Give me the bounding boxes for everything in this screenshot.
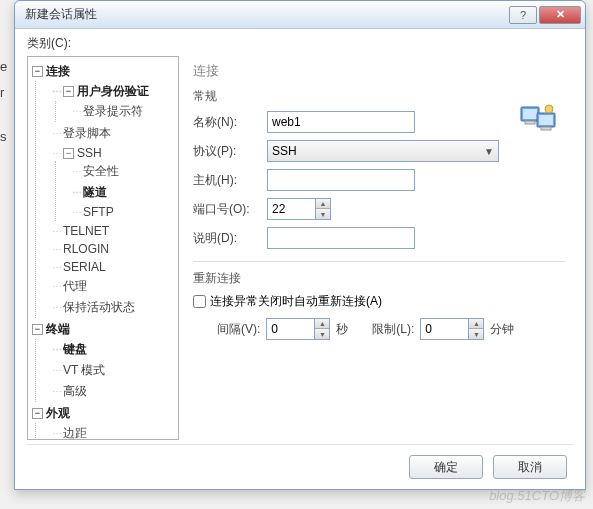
limit-unit: 分钟 bbox=[490, 321, 514, 338]
name-label: 名称(N): bbox=[193, 114, 267, 131]
tree-proxy[interactable]: 代理 bbox=[50, 277, 176, 296]
collapse-icon[interactable]: − bbox=[32, 66, 43, 77]
tree-keyboard[interactable]: 键盘 bbox=[50, 340, 176, 359]
cut-text: s bbox=[0, 124, 7, 150]
interval-spinner[interactable]: ▲▼ bbox=[266, 318, 330, 340]
host-label: 主机(H): bbox=[193, 172, 267, 189]
cut-text: r bbox=[0, 80, 7, 106]
spin-up-icon[interactable]: ▲ bbox=[469, 319, 483, 329]
protocol-select[interactable]: SSH ▼ bbox=[267, 140, 499, 162]
limit-input[interactable] bbox=[420, 318, 468, 340]
tree-serial[interactable]: SERIAL bbox=[50, 259, 176, 275]
panel-title: 连接 bbox=[193, 62, 565, 80]
collapse-icon[interactable]: − bbox=[63, 148, 74, 159]
svg-point-6 bbox=[545, 105, 553, 113]
spin-down-icon[interactable]: ▼ bbox=[469, 329, 483, 339]
limit-spinner[interactable]: ▲▼ bbox=[420, 318, 484, 340]
category-tree[interactable]: −连接 −用户身份验证 登录提示符 登录脚本 bbox=[27, 56, 179, 440]
spin-down-icon[interactable]: ▼ bbox=[316, 209, 330, 219]
desc-label: 说明(D): bbox=[193, 230, 267, 247]
tree-vt-mode[interactable]: VT 模式 bbox=[50, 361, 176, 380]
general-group-label: 常规 bbox=[193, 88, 565, 105]
help-button[interactable]: ? bbox=[509, 6, 537, 24]
desc-input[interactable] bbox=[267, 227, 415, 249]
interval-label: 间隔(V): bbox=[217, 321, 260, 338]
port-input[interactable] bbox=[267, 198, 315, 220]
svg-rect-2 bbox=[525, 121, 535, 124]
close-button[interactable]: ✕ bbox=[539, 6, 581, 24]
protocol-label: 协议(P): bbox=[193, 143, 267, 160]
tree-user-auth[interactable]: −用户身份验证 bbox=[50, 82, 176, 101]
limit-label: 限制(L): bbox=[372, 321, 414, 338]
tree-margin[interactable]: 边距 bbox=[50, 424, 176, 440]
host-input[interactable] bbox=[267, 169, 415, 191]
titlebar: 新建会话属性 ? ✕ bbox=[15, 1, 585, 29]
interval-input[interactable] bbox=[266, 318, 314, 340]
cancel-button[interactable]: 取消 bbox=[493, 455, 567, 479]
port-label: 端口号(O): bbox=[193, 201, 267, 218]
tree-advanced-term[interactable]: 高级 bbox=[50, 382, 176, 401]
tree-terminal[interactable]: −终端 bbox=[30, 320, 176, 339]
cut-text: e bbox=[0, 54, 7, 80]
tree-login-script[interactable]: 登录脚本 bbox=[50, 124, 176, 143]
svg-rect-1 bbox=[523, 109, 537, 119]
spin-down-icon[interactable]: ▼ bbox=[315, 329, 329, 339]
dialog-title: 新建会话属性 bbox=[25, 6, 509, 23]
watermark: blog.51CTO博客 bbox=[489, 487, 585, 505]
tree-tunnel[interactable]: 隧道 bbox=[70, 183, 176, 202]
tree-keep-alive[interactable]: 保持活动状态 bbox=[50, 298, 176, 317]
collapse-icon[interactable]: − bbox=[32, 408, 43, 419]
tree-ssh[interactable]: −SSH bbox=[50, 145, 176, 161]
computers-icon bbox=[519, 101, 559, 135]
interval-unit: 秒 bbox=[336, 321, 348, 338]
collapse-icon[interactable]: − bbox=[32, 324, 43, 335]
tree-login-prompt[interactable]: 登录提示符 bbox=[70, 102, 176, 121]
tree-sftp[interactable]: SFTP bbox=[70, 204, 176, 220]
chevron-down-icon: ▼ bbox=[484, 146, 494, 157]
tree-appearance[interactable]: −外观 bbox=[30, 404, 176, 423]
spin-up-icon[interactable]: ▲ bbox=[315, 319, 329, 329]
tree-telnet[interactable]: TELNET bbox=[50, 223, 176, 239]
tree-connect[interactable]: −连接 bbox=[30, 62, 176, 81]
ok-button[interactable]: 确定 bbox=[409, 455, 483, 479]
port-spinner[interactable]: ▲▼ bbox=[267, 198, 331, 220]
category-label: 类别(C): bbox=[27, 35, 573, 52]
auto-reconnect-label: 连接异常关闭时自动重新连接(A) bbox=[210, 293, 382, 310]
svg-rect-4 bbox=[539, 115, 553, 125]
settings-panel: 连接 常规 名称(N): 协议(P): SSH ▼ 主机(H): bbox=[187, 56, 573, 440]
spin-up-icon[interactable]: ▲ bbox=[316, 199, 330, 209]
new-session-dialog: 新建会话属性 ? ✕ 类别(C): −连接 −用户身份验证 bbox=[14, 0, 586, 490]
svg-rect-5 bbox=[541, 127, 551, 130]
auto-reconnect-checkbox[interactable] bbox=[193, 295, 206, 308]
tree-security[interactable]: 安全性 bbox=[70, 162, 176, 181]
tree-rlogin[interactable]: RLOGIN bbox=[50, 241, 176, 257]
collapse-icon[interactable]: − bbox=[63, 86, 74, 97]
protocol-value: SSH bbox=[272, 144, 297, 158]
name-input[interactable] bbox=[267, 111, 415, 133]
reconnect-group-label: 重新连接 bbox=[193, 270, 565, 287]
